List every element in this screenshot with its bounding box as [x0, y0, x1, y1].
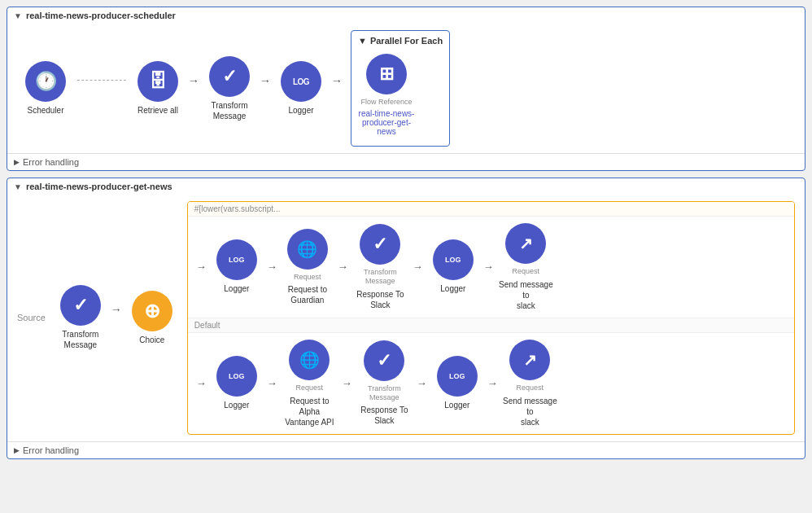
transform-slack-bottom-circle[interactable]: ✓ — [364, 340, 404, 381]
transform-slack-top-label: Response To Slack — [350, 289, 411, 310]
logger1-label: Logger — [288, 105, 313, 116]
arrow-1 — [77, 80, 126, 81]
branch-default-label: Default — [188, 318, 794, 333]
request-alpha-node[interactable]: 🌐 Request Request to AlphaVantange API — [279, 340, 340, 428]
flow2-container: ▼ real-time-news-producer-get-news Sourc… — [7, 178, 805, 459]
scheduler-icon: 🕐 — [35, 71, 57, 92]
logger1-circle[interactable]: LOG — [281, 61, 321, 102]
scheduler-node[interactable]: 🕐 Scheduler — [17, 61, 74, 116]
flow-ref-sublabel: Flow Reference — [360, 98, 412, 106]
send-slack-bottom-label: Send message toslack — [500, 396, 561, 428]
send-slack-top-label: Send message toslack — [495, 279, 557, 311]
parallel-foreach-box: ▼ Parallel For Each ⊞ Flow Reference rea… — [351, 30, 450, 147]
flow1-chevron[interactable]: ▼ — [14, 11, 22, 20]
send-slack-top-circle[interactable]: ↗ — [505, 223, 546, 264]
branch-arrow-b3: → — [415, 377, 429, 389]
flow-ref-name: real-time-news-producer-get-news — [359, 109, 415, 136]
flow2-transform-circle[interactable]: ✓ — [60, 285, 101, 326]
branch-arrow-t3: → — [411, 261, 425, 273]
request-guardian-node[interactable]: 🌐 Request Request toGuardian — [279, 229, 336, 306]
transform-slack-bottom-sublabel: Transform Message — [354, 384, 415, 402]
retrieve-all-circle[interactable]: 🗄 — [138, 61, 178, 102]
flow1-body: 🕐 Scheduler 🗄 Retrieve all → ✓ Transform… — [7, 24, 805, 153]
logger1-icon: LOG — [293, 77, 309, 86]
request-guardian-icon: 🌐 — [297, 239, 317, 259]
flow1-container: ▼ real-time-news-producer-scheduler 🕐 Sc… — [7, 7, 805, 171]
flow2-header: ▼ real-time-news-producer-get-news — [7, 178, 805, 195]
top-logger-label: Logger — [224, 283, 249, 294]
top-branch-container: #[lower(vars.subscript... → LOG Logger → — [188, 202, 794, 318]
send-slack-top-sublabel: Request — [513, 267, 540, 276]
transform-slack-bottom-node[interactable]: ✓ Transform Message Response To Slack — [354, 340, 415, 427]
branch-arrow-t1: → — [265, 261, 279, 273]
choice-icon: ⊕ — [144, 300, 160, 322]
branch-arrow-b4: → — [486, 377, 500, 389]
parallel-foreach-header: ▼ Parallel For Each — [355, 34, 446, 47]
request-alpha-label: Request to AlphaVantange API — [279, 396, 340, 428]
retrieve-all-node[interactable]: 🗄 Retrieve all — [129, 61, 186, 116]
transform-message-icon: ✓ — [222, 66, 237, 87]
flow-ref-circle[interactable]: ⊞ — [366, 54, 407, 94]
top-logger2-icon: LOG — [445, 256, 461, 264]
flow2-chevron[interactable]: ▼ — [14, 182, 22, 191]
scheduler-circle[interactable]: 🕐 — [25, 61, 66, 102]
bottom-branch-container: Default → LOG Logger → — [188, 318, 794, 434]
flow1-title: real-time-news-producer-scheduler — [26, 11, 176, 20]
transform-slack-top-icon: ✓ — [373, 234, 387, 255]
top-logger-node[interactable]: LOG Logger — [208, 239, 265, 294]
request-guardian-circle[interactable]: 🌐 — [287, 229, 328, 270]
flow2-title: real-time-news-producer-get-news — [26, 182, 172, 191]
branches-outer: #[lower(vars.subscript... → LOG Logger → — [187, 201, 795, 435]
send-slack-bottom-circle[interactable]: ↗ — [509, 340, 550, 380]
send-slack-bottom-node[interactable]: ↗ Request Send message toslack — [500, 340, 561, 428]
transform-slack-bottom-icon: ✓ — [377, 350, 391, 371]
send-slack-top-node[interactable]: ↗ Request Send message toslack — [495, 223, 557, 311]
parallel-chevron: ▼ — [358, 36, 367, 46]
bottom-logger-node[interactable]: LOG Logger — [208, 356, 265, 410]
request-alpha-circle[interactable]: 🌐 — [289, 340, 330, 380]
top-logger2-circle[interactable]: LOG — [433, 239, 474, 280]
request-alpha-icon: 🌐 — [299, 350, 320, 370]
branch-arrow-b1: → — [265, 377, 279, 389]
transform-slack-top-circle[interactable]: ✓ — [360, 224, 400, 265]
flow2-transform-node[interactable]: ✓ TransformMessage — [52, 285, 109, 350]
send-slack-top-icon: ↗ — [519, 234, 533, 253]
flow-ref-icon: ⊞ — [379, 64, 394, 85]
transform-slack-top-sublabel: Transform Message — [350, 268, 411, 286]
bottom-logger-label: Logger — [224, 400, 249, 410]
transform-message-circle[interactable]: ✓ — [209, 56, 250, 97]
scheduler-label: Scheduler — [27, 105, 63, 116]
bottom-logger2-node[interactable]: LOG Logger — [429, 356, 486, 410]
request-guardian-label: Request toGuardian — [288, 284, 327, 305]
top-logger-circle[interactable]: LOG — [216, 239, 257, 280]
arrow-3: → — [258, 74, 273, 87]
branch-arrow-t0: → — [194, 261, 208, 273]
transform-slack-bottom-label: Response To Slack — [354, 405, 415, 426]
branch-arrow-t4: → — [482, 261, 495, 273]
bottom-logger2-circle[interactable]: LOG — [437, 356, 478, 397]
transform-slack-top-node[interactable]: ✓ Transform Message Response To Slack — [350, 224, 411, 310]
flow-ref-node[interactable]: ⊞ Flow Reference real-time-news-producer… — [358, 54, 415, 136]
source-label: Source — [17, 313, 46, 322]
transform-message-node[interactable]: ✓ TransformMessage — [201, 56, 258, 121]
logger1-node[interactable]: LOG Logger — [273, 61, 330, 116]
flow2-error-handling[interactable]: ▶ Error handling — [7, 441, 805, 458]
top-logger2-node[interactable]: LOG Logger — [425, 239, 482, 294]
branch-hash-label: #[lower(vars.subscript... — [194, 204, 281, 213]
request-alpha-sublabel: Request — [296, 384, 324, 392]
error-handling-label-2: Error handling — [23, 445, 79, 455]
error-chevron-1: ▶ — [14, 158, 20, 166]
parallel-foreach-label: Parallel For Each — [370, 36, 443, 46]
top-logger2-label: Logger — [440, 283, 465, 294]
flow2-transform-icon: ✓ — [73, 295, 88, 316]
branch-condition-label: #[lower(vars.subscript... — [188, 202, 794, 217]
arrow-4: → — [330, 74, 344, 87]
flow1-error-handling[interactable]: ▶ Error handling — [7, 153, 805, 170]
branch-arrow-b0: → — [194, 377, 208, 389]
branch-default-text: Default — [194, 321, 220, 330]
choice-node[interactable]: ⊕ Choice — [124, 291, 181, 345]
bottom-logger-circle[interactable]: LOG — [216, 356, 257, 397]
parallel-foreach-body: ⊞ Flow Reference real-time-news-producer… — [355, 47, 446, 142]
choice-circle[interactable]: ⊕ — [132, 291, 172, 331]
branch-arrow-t2: → — [336, 261, 350, 273]
